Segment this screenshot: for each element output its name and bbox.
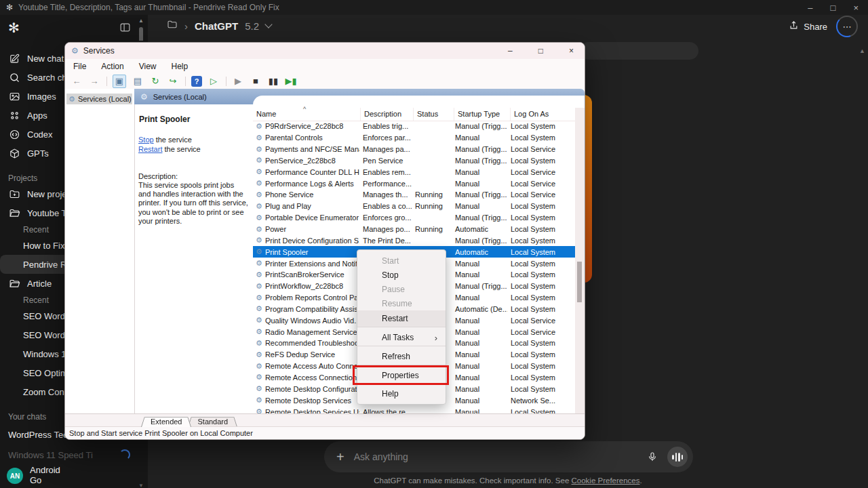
app-header: ✻ ▲ › ChatGPT 5.2 Share ⋯ [0, 15, 868, 41]
restart-service-link[interactable]: Restart [138, 145, 162, 153]
service-row[interactable]: ⚙ Parental Controls Enforces par... Manu… [253, 132, 575, 144]
stop-service-link[interactable]: Stop [138, 136, 154, 144]
service-gear-icon: ⚙ [256, 270, 262, 279]
new-chat-icon [8, 52, 20, 64]
attach-plus-icon[interactable]: + [336, 449, 344, 465]
context-menu-item[interactable]: Start [357, 253, 446, 268]
refresh-icon[interactable]: ↻ [149, 75, 161, 87]
close-button[interactable]: × [853, 3, 859, 13]
context-menu-item[interactable]: All Tasks › [357, 329, 446, 346]
share-icon [789, 20, 799, 33]
chat-composer[interactable]: + Ask anything [324, 441, 693, 472]
service-row[interactable]: ⚙ Print Device Configuration S... The Pr… [253, 235, 575, 246]
column-header-name[interactable]: Name ^ [253, 108, 361, 121]
help-icon[interactable]: ? [191, 76, 202, 87]
context-menu-item[interactable]: Pause [357, 282, 446, 296]
service-row[interactable]: ⚙ Payments and NFC/SE Mana... Manages pa… [253, 144, 575, 155]
column-header-startup-type[interactable]: Startup Type [454, 108, 511, 121]
context-menu-item[interactable]: Resume [357, 296, 446, 310]
menu-item[interactable]: Action [101, 62, 123, 71]
user-message-bubble [580, 42, 698, 60]
service-row[interactable]: ⚙ Performance Counter DLL H... Enables r… [253, 166, 575, 178]
service-row[interactable]: ⚙ PenService_2c28bc8 Pen Service Manual … [253, 155, 575, 167]
stop-service-icon[interactable]: ■ [250, 75, 262, 87]
scroll-up-icon[interactable]: ▲ [138, 18, 144, 24]
close-button[interactable]: × [569, 46, 574, 56]
properties-list-icon[interactable]: ▤ [132, 75, 144, 87]
service-gear-icon: ⚙ [256, 316, 262, 325]
service-gear-icon: ⚙ [256, 122, 262, 131]
avatar: AN [7, 468, 23, 484]
sort-ascending-icon: ^ [303, 106, 306, 113]
context-menu-item[interactable]: Help [357, 386, 446, 401]
back-arrow-icon[interactable]: ← [71, 75, 83, 87]
cookie-preferences-link[interactable]: Cookie Preferences [572, 476, 640, 485]
account-menu-button[interactable]: ⋯ [838, 18, 856, 35]
share-button[interactable]: Share [789, 20, 827, 33]
service-row[interactable]: ⚙ Phone Service Manages th... Running Ma… [253, 189, 575, 201]
menu-item[interactable]: File [73, 62, 86, 71]
maximize-button[interactable]: □ [538, 46, 543, 56]
context-menu-item[interactable]: Refresh [357, 348, 446, 365]
pause-service-icon[interactable]: ▮▮ [267, 75, 279, 87]
tree-item-services-local[interactable]: ⚙ Services (Local) [66, 94, 132, 104]
service-row[interactable]: ⚙ Portable Device Enumerator ... Enforce… [253, 212, 575, 224]
context-menu-item[interactable]: Stop [357, 268, 446, 282]
console-tree-panel: ⚙ Services (Local) [65, 89, 135, 414]
model-version[interactable]: 5.2 [245, 20, 259, 32]
model-name[interactable]: ChatGPT [195, 20, 238, 32]
column-header-description[interactable]: Description [361, 108, 414, 121]
start-service-icon[interactable]: ▶ [232, 75, 244, 87]
screen: ✻ Youtube Title, Description, Tags aur T… [0, 0, 868, 488]
service-row[interactable]: ⚙ P9RdrService_2c28bc8 Enables trig... M… [253, 121, 575, 132]
window-title: Services [83, 46, 115, 56]
sidebar-toggle-icon[interactable] [119, 22, 131, 36]
folder-icon[interactable] [167, 19, 178, 33]
minimize-button[interactable]: – [808, 3, 812, 13]
voice-mode-button[interactable] [667, 447, 688, 467]
folder-open-icon [8, 207, 20, 219]
service-gear-icon: ⚙ [256, 304, 262, 313]
service-detail-pane: Print Spooler Stop the service Restart t… [138, 104, 251, 414]
restart-service-icon[interactable]: ▶▮ [285, 75, 297, 87]
context-menu-item[interactable]: Restart [357, 310, 446, 327]
folder-plus-icon [8, 188, 20, 200]
services-gear-icon: ⚙ [140, 92, 148, 102]
composer-placeholder[interactable]: Ask anything [354, 451, 647, 462]
minimize-button[interactable]: – [508, 46, 513, 56]
service-row[interactable]: ⚙ Performance Logs & Alerts Performance.… [253, 178, 575, 189]
column-header-log-on-as[interactable]: Log On As [511, 108, 575, 121]
services-title-bar[interactable]: ⚙ Services – □ × [65, 43, 585, 59]
console-tree-icon[interactable]: ▣ [113, 75, 126, 88]
microphone-icon[interactable] [647, 451, 658, 462]
view-tab[interactable]: Standard [188, 415, 237, 427]
gpts-icon [8, 147, 20, 159]
console-body: ⚙ Services (Local) ⚙ Services (Local) Pr… [65, 89, 585, 414]
disclaimer: ChatGPT can make mistakes. Check importa… [148, 476, 868, 485]
context-menu-item[interactable]: Properties [357, 367, 446, 384]
breadcrumb: › ChatGPT 5.2 [167, 19, 271, 33]
scroll-down-icon[interactable]: ▼ [138, 483, 144, 488]
menu-item[interactable]: View [139, 62, 157, 71]
menu-item[interactable]: Help [172, 62, 189, 71]
show-window-icon[interactable]: ▷ [208, 75, 220, 87]
sidebar-item[interactable]: Windows 11 Speed Ti [0, 446, 148, 464]
service-gear-icon: ⚙ [256, 134, 262, 142]
list-scrollbar[interactable] [575, 108, 585, 414]
chevron-down-icon[interactable] [264, 20, 272, 28]
view-tab[interactable]: Extended [141, 415, 191, 427]
images-icon [8, 90, 20, 102]
column-header-status[interactable]: Status [414, 108, 454, 121]
service-gear-icon: ⚙ [256, 259, 262, 268]
forward-arrow-icon[interactable]: → [88, 75, 100, 87]
service-gear-icon: ⚙ [256, 350, 262, 359]
page-scroll-up-icon[interactable]: ▲ [859, 47, 865, 54]
service-row[interactable]: ⚙ Plug and Play Enables a co... Running … [253, 201, 575, 212]
service-gear-icon: ⚙ [256, 327, 262, 336]
chatgpt-logo-icon: ✻ [6, 3, 13, 12]
menu-bar: FileActionViewHelp [65, 59, 585, 74]
account-profile[interactable]: AN Android Go [0, 464, 155, 488]
restore-button[interactable]: □ [831, 3, 836, 13]
service-row[interactable]: ⚙ Power Manages po... Running Automatic … [253, 224, 575, 235]
export-list-icon[interactable]: ↪ [167, 75, 179, 87]
